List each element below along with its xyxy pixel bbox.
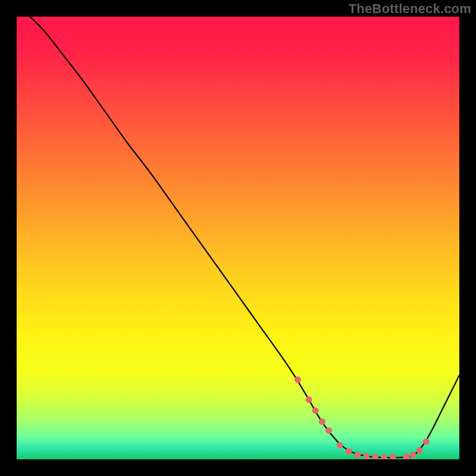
watermark-label: TheBottleneck.com: [349, 1, 471, 17]
marker-dot: [312, 408, 319, 414]
plot-svg: [17, 17, 459, 459]
gradient-background: [17, 17, 459, 459]
marker-dot: [337, 442, 343, 449]
marker-dot: [363, 453, 369, 459]
marker-dot: [319, 418, 325, 425]
marker-dot: [325, 427, 332, 434]
plot-area: [17, 17, 459, 459]
chart-frame: TheBottleneck.com: [0, 0, 476, 476]
marker-dot: [409, 452, 416, 458]
marker-dot: [423, 439, 430, 445]
marker-dot: [295, 377, 301, 383]
marker-dot: [306, 396, 312, 403]
marker-dot: [354, 452, 361, 458]
marker-dot: [346, 448, 352, 455]
marker-dot: [416, 447, 423, 454]
